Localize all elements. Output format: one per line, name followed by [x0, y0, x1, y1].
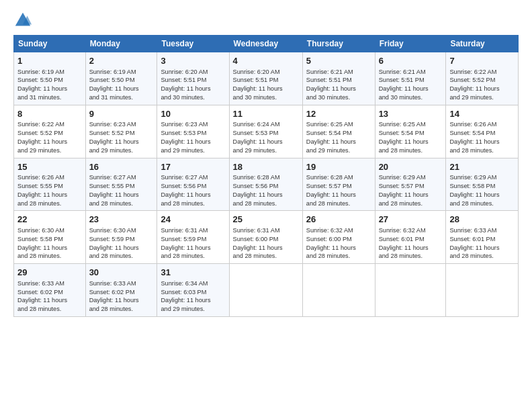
day-cell: 10Sunrise: 6:23 AM Sunset: 5:53 PM Dayli…	[157, 105, 229, 158]
week-row-4: 22Sunrise: 6:30 AM Sunset: 5:58 PM Dayli…	[14, 211, 519, 264]
day-number: 18	[233, 161, 299, 173]
day-info: Sunrise: 6:25 AM Sunset: 5:54 PM Dayligh…	[306, 121, 356, 153]
week-row-1: 1Sunrise: 6:19 AM Sunset: 5:50 PM Daylig…	[14, 52, 519, 105]
logo-icon	[13, 11, 32, 30]
day-cell: 27Sunrise: 6:32 AM Sunset: 6:01 PM Dayli…	[375, 211, 446, 264]
day-number: 16	[89, 161, 154, 173]
day-cell: 2Sunrise: 6:19 AM Sunset: 5:50 PM Daylig…	[85, 52, 157, 105]
day-info: Sunrise: 6:31 AM Sunset: 5:59 PM Dayligh…	[161, 227, 210, 259]
day-cell: 25Sunrise: 6:31 AM Sunset: 6:00 PM Dayli…	[229, 211, 302, 264]
day-cell: 14Sunrise: 6:26 AM Sunset: 5:54 PM Dayli…	[446, 105, 519, 158]
day-info: Sunrise: 6:33 AM Sunset: 6:02 PM Dayligh…	[89, 280, 139, 312]
day-number: 11	[233, 108, 299, 120]
day-number: 22	[17, 214, 82, 226]
day-info: Sunrise: 6:33 AM Sunset: 6:02 PM Dayligh…	[17, 280, 67, 312]
header-cell-sunday: Sunday	[14, 36, 86, 52]
day-info: Sunrise: 6:30 AM Sunset: 5:59 PM Dayligh…	[89, 227, 139, 259]
header-cell-wednesday: Wednesday	[229, 36, 302, 52]
day-number: 7	[449, 55, 515, 67]
day-number: 15	[17, 161, 82, 173]
day-cell: 26Sunrise: 6:32 AM Sunset: 6:00 PM Dayli…	[302, 211, 375, 264]
day-number: 20	[379, 161, 443, 173]
calendar-header: SundayMondayTuesdayWednesdayThursdayFrid…	[14, 36, 519, 52]
day-info: Sunrise: 6:29 AM Sunset: 5:58 PM Dayligh…	[449, 174, 499, 206]
day-cell	[229, 264, 302, 317]
day-number: 6	[379, 55, 443, 67]
day-cell: 4Sunrise: 6:20 AM Sunset: 5:51 PM Daylig…	[229, 52, 302, 105]
day-number: 21	[449, 161, 515, 173]
day-info: Sunrise: 6:22 AM Sunset: 5:52 PM Dayligh…	[449, 68, 499, 101]
day-number: 5	[306, 55, 371, 67]
day-cell	[375, 264, 446, 317]
day-info: Sunrise: 6:34 AM Sunset: 6:03 PM Dayligh…	[161, 280, 210, 312]
day-cell: 13Sunrise: 6:25 AM Sunset: 5:54 PM Dayli…	[375, 105, 446, 158]
day-number: 14	[449, 108, 515, 120]
day-number: 17	[161, 161, 225, 173]
day-info: Sunrise: 6:32 AM Sunset: 6:00 PM Dayligh…	[306, 227, 356, 259]
day-info: Sunrise: 6:24 AM Sunset: 5:53 PM Dayligh…	[233, 121, 283, 153]
day-cell: 19Sunrise: 6:28 AM Sunset: 5:57 PM Dayli…	[302, 158, 375, 211]
logo	[13, 11, 35, 30]
day-cell: 7Sunrise: 6:22 AM Sunset: 5:52 PM Daylig…	[446, 52, 519, 105]
calendar-table: SundayMondayTuesdayWednesdayThursdayFrid…	[13, 35, 519, 317]
week-row-3: 15Sunrise: 6:26 AM Sunset: 5:55 PM Dayli…	[14, 158, 519, 211]
day-cell: 3Sunrise: 6:20 AM Sunset: 5:51 PM Daylig…	[157, 52, 229, 105]
day-cell: 5Sunrise: 6:21 AM Sunset: 5:51 PM Daylig…	[302, 52, 375, 105]
day-cell: 30Sunrise: 6:33 AM Sunset: 6:02 PM Dayli…	[85, 264, 157, 317]
calendar-body: 1Sunrise: 6:19 AM Sunset: 5:50 PM Daylig…	[14, 52, 519, 317]
day-number: 24	[161, 214, 225, 226]
day-number: 9	[89, 108, 154, 120]
day-cell: 23Sunrise: 6:30 AM Sunset: 5:59 PM Dayli…	[85, 211, 157, 264]
day-cell: 12Sunrise: 6:25 AM Sunset: 5:54 PM Dayli…	[302, 105, 375, 158]
day-cell	[302, 264, 375, 317]
day-cell: 16Sunrise: 6:27 AM Sunset: 5:55 PM Dayli…	[85, 158, 157, 211]
day-info: Sunrise: 6:32 AM Sunset: 6:01 PM Dayligh…	[379, 227, 429, 259]
day-number: 4	[233, 55, 299, 67]
day-number: 29	[17, 267, 82, 279]
day-cell	[446, 264, 519, 317]
day-cell: 22Sunrise: 6:30 AM Sunset: 5:58 PM Dayli…	[14, 211, 86, 264]
day-number: 12	[306, 108, 371, 120]
day-info: Sunrise: 6:23 AM Sunset: 5:52 PM Dayligh…	[89, 121, 139, 153]
week-row-5: 29Sunrise: 6:33 AM Sunset: 6:02 PM Dayli…	[14, 264, 519, 317]
day-cell: 21Sunrise: 6:29 AM Sunset: 5:58 PM Dayli…	[446, 158, 519, 211]
day-cell: 1Sunrise: 6:19 AM Sunset: 5:50 PM Daylig…	[14, 52, 86, 105]
day-number: 13	[379, 108, 443, 120]
day-cell: 6Sunrise: 6:21 AM Sunset: 5:51 PM Daylig…	[375, 52, 446, 105]
day-number: 19	[306, 161, 371, 173]
day-number: 1	[17, 55, 82, 67]
day-info: Sunrise: 6:21 AM Sunset: 5:51 PM Dayligh…	[306, 68, 356, 101]
day-number: 27	[379, 214, 443, 226]
day-info: Sunrise: 6:27 AM Sunset: 5:55 PM Dayligh…	[89, 174, 139, 206]
day-number: 30	[89, 267, 154, 279]
day-cell: 8Sunrise: 6:22 AM Sunset: 5:52 PM Daylig…	[14, 105, 86, 158]
day-info: Sunrise: 6:22 AM Sunset: 5:52 PM Dayligh…	[17, 121, 67, 153]
day-number: 28	[449, 214, 515, 226]
day-number: 2	[89, 55, 154, 67]
day-number: 3	[161, 55, 225, 67]
header-cell-thursday: Thursday	[302, 36, 375, 52]
day-cell: 29Sunrise: 6:33 AM Sunset: 6:02 PM Dayli…	[14, 264, 86, 317]
day-info: Sunrise: 6:26 AM Sunset: 5:54 PM Dayligh…	[449, 121, 499, 153]
day-cell: 28Sunrise: 6:33 AM Sunset: 6:01 PM Dayli…	[446, 211, 519, 264]
header-cell-friday: Friday	[375, 36, 446, 52]
day-info: Sunrise: 6:19 AM Sunset: 5:50 PM Dayligh…	[89, 68, 139, 101]
day-cell: 24Sunrise: 6:31 AM Sunset: 5:59 PM Dayli…	[157, 211, 229, 264]
header	[13, 11, 519, 30]
header-row: SundayMondayTuesdayWednesdayThursdayFrid…	[14, 36, 519, 52]
day-info: Sunrise: 6:20 AM Sunset: 5:51 PM Dayligh…	[161, 68, 210, 101]
day-info: Sunrise: 6:33 AM Sunset: 6:01 PM Dayligh…	[449, 227, 499, 259]
day-info: Sunrise: 6:19 AM Sunset: 5:50 PM Dayligh…	[17, 68, 67, 101]
day-cell: 20Sunrise: 6:29 AM Sunset: 5:57 PM Dayli…	[375, 158, 446, 211]
day-info: Sunrise: 6:31 AM Sunset: 6:00 PM Dayligh…	[233, 227, 283, 259]
day-info: Sunrise: 6:23 AM Sunset: 5:53 PM Dayligh…	[161, 121, 210, 153]
day-cell: 15Sunrise: 6:26 AM Sunset: 5:55 PM Dayli…	[14, 158, 86, 211]
day-cell: 11Sunrise: 6:24 AM Sunset: 5:53 PM Dayli…	[229, 105, 302, 158]
day-info: Sunrise: 6:27 AM Sunset: 5:56 PM Dayligh…	[161, 174, 210, 206]
day-cell: 17Sunrise: 6:27 AM Sunset: 5:56 PM Dayli…	[157, 158, 229, 211]
day-info: Sunrise: 6:25 AM Sunset: 5:54 PM Dayligh…	[379, 121, 429, 153]
day-number: 8	[17, 108, 82, 120]
day-number: 26	[306, 214, 371, 226]
calendar-page: SundayMondayTuesdayWednesdayThursdayFrid…	[0, 0, 532, 411]
day-number: 31	[161, 267, 225, 279]
